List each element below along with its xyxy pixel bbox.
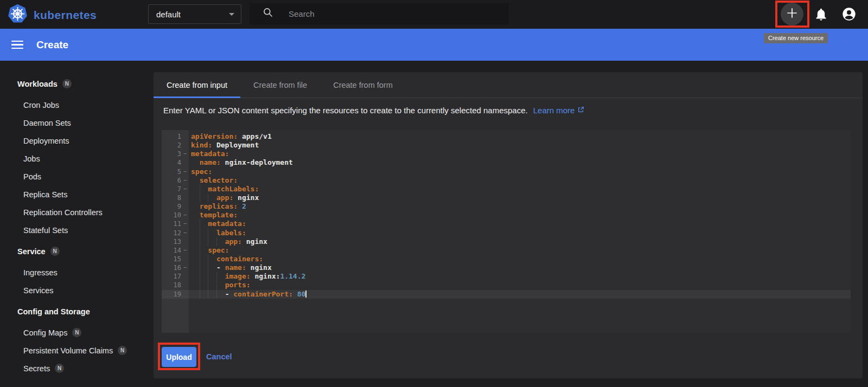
sidebar-item-replica-sets[interactable]: Replica Sets (0, 185, 154, 203)
line-number: 1 (162, 132, 181, 141)
indent-guide (200, 220, 200, 228)
tab-create-from-input[interactable]: Create from input (154, 72, 240, 98)
sidebar-section-config-and-storage[interactable]: Config and Storage (0, 302, 154, 320)
sidebar-item-pods[interactable]: Pods (0, 167, 154, 185)
code-line: 16− - name: nginx (162, 263, 851, 272)
code-text: - containerPort: 80 (189, 290, 851, 299)
fold-marker-icon[interactable]: − (181, 150, 189, 158)
chevron-down-icon (229, 13, 234, 16)
fold-marker-icon[interactable]: − (181, 246, 189, 255)
fold-marker-icon[interactable]: − (181, 220, 189, 228)
code-text: template: (189, 211, 851, 220)
line-number: 15 (162, 255, 181, 263)
sidebar-item-daemon-sets[interactable]: Daemon Sets (0, 114, 154, 132)
fold-marker-icon[interactable]: − (181, 229, 189, 237)
line-number: 12 (162, 229, 181, 237)
content-card: Create from inputCreate from fileCreate … (154, 72, 863, 378)
sidebar-item-jobs[interactable]: Jobs (0, 150, 154, 167)
sidebar-section-service[interactable]: ServiceN (0, 242, 154, 260)
token-key: kind: (191, 141, 212, 149)
sidebar-item-ingresses[interactable]: Ingresses (0, 263, 154, 281)
indent-guide (208, 237, 208, 246)
fold-gutter-space (181, 281, 189, 289)
sidebar-item-cron-jobs[interactable]: Cron Jobs (0, 96, 154, 114)
sidebar-item-persistent-volume-claims[interactable]: Persistent Volume ClaimsN (0, 341, 154, 359)
menu-button[interactable] (11, 38, 23, 51)
code-text: apiVersion: apps/v1 (189, 132, 851, 141)
indent-guide (200, 185, 200, 194)
token-key: replicas: (200, 202, 238, 210)
action-bar: Create (0, 29, 868, 61)
fold-marker-icon[interactable]: − (181, 185, 189, 194)
line-number: 11 (162, 220, 181, 228)
token-value: apps/v1 (238, 132, 272, 140)
bell-icon (814, 14, 828, 23)
indent-guide (200, 281, 200, 289)
sidebar-item-replication-controllers[interactable]: Replication Controllers (0, 203, 154, 221)
code-line: 13 app: nginx (162, 237, 851, 246)
sidebar-section-workloads[interactable]: WorkloadsN (0, 75, 154, 93)
fold-marker-icon[interactable]: − (181, 167, 189, 176)
upload-button[interactable]: Upload (162, 347, 196, 367)
sidebar-section-label: Workloads (17, 80, 58, 88)
token-key: metadata: (191, 150, 229, 158)
token-key: name: (225, 263, 246, 272)
line-number: 18 (162, 281, 181, 289)
code-text: metadata: (189, 220, 851, 228)
tab-create-from-form[interactable]: Create from form (320, 72, 406, 98)
token-key: spec: (208, 246, 229, 254)
tab-create-from-file[interactable]: Create from file (240, 72, 320, 98)
sidebar-item-deployments[interactable]: Deployments (0, 132, 154, 150)
page-description: Enter YAML or JSON content specifying th… (163, 106, 584, 115)
sidebar-item-config-maps[interactable]: Config MapsN (0, 324, 154, 341)
indent-guide (200, 272, 200, 281)
create-resource-button[interactable] (781, 3, 803, 25)
code-line: 1apiVersion: apps/v1 (162, 132, 851, 141)
sidebar-item-label: Replica Sets (23, 190, 67, 199)
page-title: Create (36, 39, 68, 51)
sidebar-item-services[interactable]: Services (0, 281, 154, 299)
notifications-button[interactable] (814, 7, 828, 24)
line-number: 8 (162, 194, 181, 202)
top-bar: kubernetes default (0, 0, 868, 29)
code-line: 14− spec: (162, 246, 851, 255)
namespaced-badge: N (118, 346, 127, 355)
search-bar[interactable] (250, 3, 509, 24)
account-icon (841, 14, 857, 23)
learn-more-link[interactable]: Learn more (533, 106, 585, 115)
indent-guide (208, 255, 208, 263)
indent-guide (200, 229, 200, 237)
fold-marker-icon[interactable]: − (181, 211, 189, 220)
indent-guide (200, 194, 200, 202)
yaml-editor[interactable]: 1apiVersion: apps/v12kind: Deployment3−m… (162, 130, 851, 333)
search-input[interactable] (289, 9, 495, 18)
account-button[interactable] (841, 7, 857, 24)
fold-gutter-space (181, 202, 189, 211)
sidebar-section-label: Service (17, 247, 46, 256)
indent-guide (216, 281, 217, 289)
fold-marker-icon[interactable]: − (181, 263, 189, 272)
indent-guide (200, 263, 200, 272)
external-link-icon (577, 106, 584, 115)
code-text: containers: (189, 255, 851, 263)
code-line: 5−spec: (162, 167, 851, 176)
line-number: 3 (162, 150, 181, 158)
sidebar-item-stateful-sets[interactable]: Stateful Sets (0, 221, 154, 239)
namespace-select-value: default (156, 10, 181, 19)
code-text: matchLabels: (189, 185, 851, 194)
line-number: 4 (162, 158, 181, 167)
code-line: 15 containers: (162, 255, 851, 263)
sidebar-item-label: Ingresses (23, 268, 58, 277)
search-icon (263, 7, 273, 20)
cancel-button[interactable]: Cancel (206, 347, 232, 367)
kubernetes-home-link[interactable]: kubernetes (8, 4, 97, 26)
namespace-select[interactable]: default (148, 4, 241, 24)
fold-marker-icon[interactable]: − (181, 176, 189, 185)
namespaced-badge: N (72, 328, 81, 337)
sidebar-item-secrets[interactable]: SecretsN (0, 359, 154, 377)
sidebar-section-label: Config and Storage (17, 307, 90, 316)
code-text: app: nginx (189, 237, 851, 246)
fold-gutter-space (181, 237, 189, 246)
editor-lines: 1apiVersion: apps/v12kind: Deployment3−m… (162, 132, 851, 299)
token-key: spec: (191, 167, 212, 176)
